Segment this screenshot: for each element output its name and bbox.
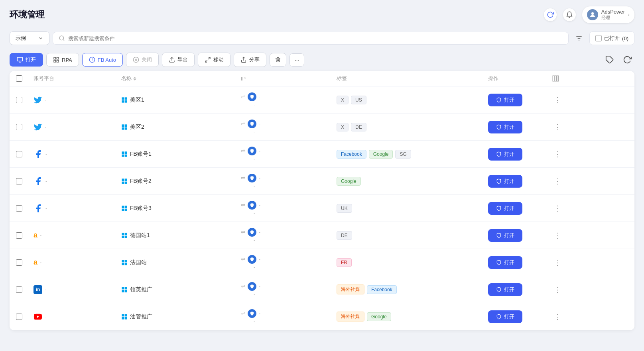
name-cell: 美区2 xyxy=(116,124,236,131)
open-row-button[interactable]: 打开 xyxy=(488,256,522,269)
row-checkbox[interactable] xyxy=(16,178,22,184)
open-row-button[interactable]: 打开 xyxy=(488,121,522,133)
row-checkbox-cell[interactable] xyxy=(10,124,29,130)
name-cell: 油管推广 xyxy=(116,313,236,320)
columns-icon[interactable] xyxy=(552,75,559,82)
svg-line-18 xyxy=(208,57,210,59)
row-more-button[interactable]: ⋮ xyxy=(552,230,563,241)
open-row-button[interactable]: 打开 xyxy=(488,94,522,106)
svg-rect-44 xyxy=(125,208,127,211)
linkedin-icon: in xyxy=(33,285,42,294)
row-checkbox-cell[interactable] xyxy=(10,205,29,212)
group-dropdown[interactable]: 示例 xyxy=(10,31,49,45)
svg-rect-54 xyxy=(125,287,127,289)
open-row-button[interactable]: 打开 xyxy=(488,229,522,242)
row-checkbox[interactable] xyxy=(16,97,22,103)
action-cell: 打开 xyxy=(483,310,547,323)
platform-cell: - xyxy=(29,149,116,159)
svg-rect-36 xyxy=(125,154,127,157)
table-row: a - 德国站1 ⇌ - - DE xyxy=(10,222,634,249)
open-row-icon xyxy=(496,124,502,130)
search-icon xyxy=(59,35,65,41)
refresh-icon-btn[interactable] xyxy=(544,8,557,21)
move-button[interactable]: 移动 xyxy=(198,53,230,67)
search-input[interactable] xyxy=(68,35,563,41)
action-cell: 打开 xyxy=(483,94,547,106)
svg-rect-42 xyxy=(125,206,127,208)
open-row-button[interactable]: 打开 xyxy=(488,283,522,296)
windows-icon xyxy=(121,205,128,212)
open-row-button[interactable]: 打开 xyxy=(488,310,522,323)
row-checkbox-cell[interactable] xyxy=(10,151,29,157)
header: 环境管理 AdsP xyxy=(0,0,644,28)
row-checkbox[interactable] xyxy=(16,286,22,293)
open-row-label: 打开 xyxy=(504,96,514,104)
open-button[interactable]: 打开 xyxy=(10,53,43,67)
close-button[interactable]: 关闭 xyxy=(126,53,159,67)
row-more-button[interactable]: ⋮ xyxy=(552,257,563,268)
platform-cell: a - xyxy=(29,231,116,239)
row-checkbox[interactable] xyxy=(16,151,22,157)
row-checkbox-cell[interactable] xyxy=(10,178,29,184)
fb-auto-button[interactable]: FB Auto xyxy=(82,53,123,67)
row-name: FB账号3 xyxy=(130,205,152,212)
export-button[interactable]: 导出 xyxy=(162,53,195,67)
reload-icon-btn[interactable] xyxy=(620,53,634,67)
header-checkbox-cell[interactable] xyxy=(10,75,29,82)
open-row-button[interactable]: 打开 xyxy=(488,175,522,188)
platform-suffix: - xyxy=(45,178,47,184)
open-count-toggle[interactable]: 已打开 (0) xyxy=(589,31,634,45)
table-row: - 油管推广 ⇌ - - 海外社媒Google xyxy=(10,303,634,330)
ip-cell: ⇌ - - xyxy=(236,92,332,108)
row-checkbox-cell[interactable] xyxy=(10,259,29,266)
row-checkbox[interactable] xyxy=(16,232,22,239)
tag-badge: Google xyxy=(367,312,391,321)
row-checkbox-cell[interactable] xyxy=(10,314,29,320)
open-row-icon xyxy=(496,260,502,265)
row-more-button[interactable]: ⋮ xyxy=(552,203,563,214)
share-button[interactable]: 分享 xyxy=(234,53,266,67)
row-checkbox[interactable] xyxy=(16,314,22,320)
svg-rect-56 xyxy=(125,290,127,292)
select-all-checkbox[interactable] xyxy=(16,75,22,82)
row-more-button[interactable]: ⋮ xyxy=(552,94,563,106)
close-icon xyxy=(133,57,139,63)
more-actions-button[interactable]: ··· xyxy=(290,53,304,67)
ip-arrow: ⇌ xyxy=(241,94,245,100)
row-more-button[interactable]: ⋮ xyxy=(552,149,563,160)
row-more-button[interactable]: ⋮ xyxy=(552,311,563,322)
svg-rect-37 xyxy=(122,178,124,181)
row-more-button[interactable]: ⋮ xyxy=(552,284,563,295)
ip-sub: - xyxy=(241,102,255,108)
row-name: 美区1 xyxy=(130,96,144,104)
svg-rect-46 xyxy=(125,233,127,235)
tags-cell: Google xyxy=(332,177,483,186)
row-more-button[interactable]: ⋮ xyxy=(552,122,563,133)
header-ip: IP xyxy=(236,76,332,82)
row-checkbox[interactable] xyxy=(16,205,22,212)
open-row-button[interactable]: 打开 xyxy=(488,148,522,161)
filter-btn[interactable] xyxy=(572,31,586,45)
open-row-button[interactable]: 打开 xyxy=(488,202,522,215)
row-checkbox-cell[interactable] xyxy=(10,286,29,293)
row-checkbox-cell[interactable] xyxy=(10,232,29,239)
row-checkbox[interactable] xyxy=(16,259,22,266)
ip-sub: - xyxy=(241,183,255,189)
row-checkbox[interactable] xyxy=(16,124,22,130)
tag-icon-btn[interactable] xyxy=(603,53,617,67)
bell-icon-btn[interactable] xyxy=(563,8,576,21)
svg-point-0 xyxy=(591,12,594,15)
table-row: - 美区2 ⇌ - - XDE xyxy=(10,114,634,141)
tag-badge: Facebook xyxy=(337,150,366,159)
sort-icon[interactable] xyxy=(133,77,136,80)
row-checkbox-cell[interactable] xyxy=(10,97,29,103)
rpa-button[interactable]: RPA xyxy=(46,53,79,67)
svg-point-1 xyxy=(59,36,64,40)
open-row-icon xyxy=(496,151,502,157)
delete-button[interactable] xyxy=(270,53,286,67)
tag-badge: X xyxy=(337,96,349,104)
move-label: 移动 xyxy=(213,56,224,63)
row-more-button[interactable]: ⋮ xyxy=(552,176,563,187)
user-profile[interactable]: AdsPower 经理 › xyxy=(582,6,634,23)
tag-badge: UK xyxy=(337,204,352,213)
